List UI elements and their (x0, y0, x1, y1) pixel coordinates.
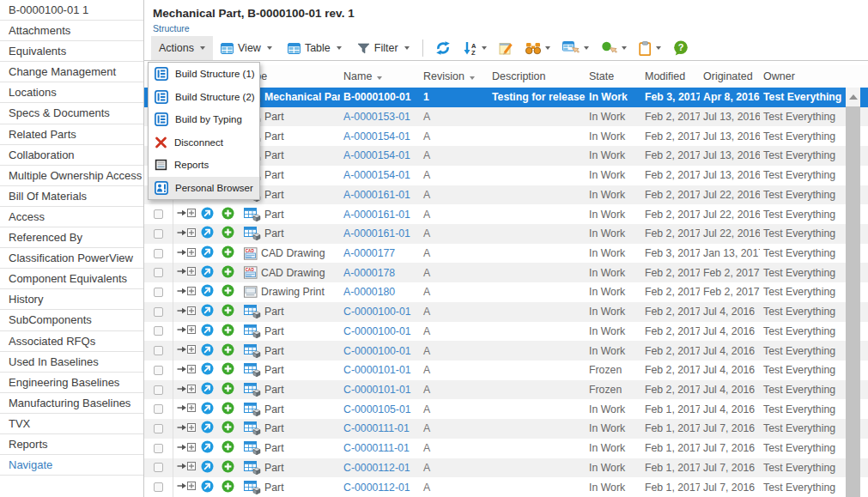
item-name-link[interactable]: A-0000153-01 (343, 111, 410, 123)
item-name-link[interactable]: A-0000177 (343, 247, 395, 259)
edit-button[interactable] (493, 36, 519, 60)
expand-cell[interactable] (173, 266, 197, 279)
table-row[interactable]: PartC-0000111-01AIn WorkFeb 1, 2017Jul 7… (144, 419, 868, 439)
expand-cell[interactable] (173, 384, 197, 397)
goto-cell[interactable] (197, 304, 218, 319)
sidebar-item-tvx[interactable]: TVX (0, 414, 143, 434)
expand-cell[interactable] (173, 227, 197, 240)
item-name-link[interactable]: B-0000100-01 (343, 91, 411, 103)
expand-cell[interactable] (173, 247, 197, 260)
sidebar-item-b-0000100-01-1[interactable]: B-0000100-01 1 (0, 0, 143, 21)
column-header-name[interactable]: Name (340, 70, 420, 82)
help-button[interactable]: ? (667, 36, 695, 60)
table-row[interactable]: PartC-0000100-01AIn WorkFeb 2, 2017Jul 4… (144, 341, 868, 361)
item-name-link[interactable]: A-0000178 (343, 267, 395, 279)
add-cell[interactable] (218, 226, 240, 241)
goto-cell[interactable] (197, 362, 218, 378)
add-cell[interactable] (218, 362, 240, 378)
row-checkbox[interactable] (154, 209, 163, 219)
clipboard-button[interactable] (633, 36, 667, 60)
row-checkbox[interactable] (154, 268, 163, 277)
pick-button[interactable] (595, 36, 633, 60)
sidebar-item-specs-documents[interactable]: Specs & Documents (0, 103, 143, 124)
row-checkbox[interactable] (154, 307, 163, 317)
expand-cell[interactable] (173, 306, 197, 318)
item-name-link[interactable]: C-0000101-01 (343, 364, 411, 376)
sidebar-item-navigate[interactable]: Navigate (0, 455, 143, 476)
column-filter-icon[interactable] (377, 76, 382, 80)
goto-cell[interactable] (197, 245, 218, 261)
item-name-link[interactable]: A-0000180 (343, 286, 395, 298)
goto-cell[interactable] (197, 402, 218, 417)
menu-item-disconnect[interactable]: Disconnect (149, 131, 259, 155)
table-row[interactable]: Drawing PrintA-0000180AIn WorkFeb 2, 201… (144, 282, 868, 302)
item-name-link[interactable]: C-0000100-01 (343, 325, 411, 337)
find-button[interactable] (519, 36, 556, 60)
vertical-scrollbar[interactable] (846, 88, 860, 497)
row-checkbox[interactable] (154, 385, 163, 395)
add-cell[interactable] (218, 304, 240, 319)
sidebar-item-history[interactable]: History (0, 289, 143, 310)
item-name-link[interactable]: A-0000161-01 (343, 209, 410, 221)
row-checkbox[interactable] (154, 229, 163, 239)
sidebar-item-locations[interactable]: Locations (0, 82, 143, 103)
item-name-link[interactable]: A-0000161-01 (343, 227, 410, 239)
item-name-link[interactable]: A-0000154-01 (343, 130, 410, 142)
goto-cell[interactable] (197, 382, 218, 397)
menu-item-build-structure-2[interactable]: Build Structure (2) (149, 86, 259, 109)
table-row[interactable]: PartC-0000105-01AIn WorkFeb 1, 2017Jul 4… (144, 399, 868, 419)
row-checkbox[interactable] (154, 346, 163, 355)
sidebar-item-engineering-baselines[interactable]: Engineering Baselines (0, 373, 143, 393)
item-name-link[interactable]: C-0000105-01 (343, 403, 411, 415)
sidebar-item-equivalents[interactable]: Equivalents (0, 41, 143, 62)
goto-cell[interactable] (197, 284, 218, 300)
refresh-button[interactable] (428, 36, 458, 60)
add-cell[interactable] (218, 382, 240, 397)
add-cell[interactable] (218, 460, 240, 476)
menu-item-build-by-typing[interactable]: Build by Typing (149, 108, 259, 131)
sidebar-item-access[interactable]: Access (0, 207, 143, 227)
add-cell[interactable] (218, 343, 240, 359)
expand-cell[interactable] (173, 324, 197, 337)
menu-item-reports[interactable]: Reports (149, 154, 259, 177)
add-cell[interactable] (218, 245, 240, 261)
sidebar-item-associated-rfqs[interactable]: Associated RFQs (0, 331, 143, 352)
table-row[interactable]: CADCAD DrawingA-0000178AIn WorkFeb 2, 20… (144, 263, 868, 282)
row-checkbox[interactable] (154, 249, 163, 258)
table-row[interactable]: PartA-0000161-01AIn WorkFeb 2, 2017Jul 2… (144, 204, 868, 224)
sidebar-item-attachments[interactable]: Attachments (0, 21, 143, 41)
sidebar-item-classification-powerview[interactable]: Classification PowerView (0, 248, 143, 269)
scroll-up-button[interactable] (846, 88, 860, 106)
sidebar-item-related-parts[interactable]: Related Parts (0, 124, 143, 145)
table-menu-button[interactable]: Table (280, 36, 349, 60)
item-name-link[interactable]: C-0000100-01 (343, 306, 411, 318)
add-cell[interactable] (218, 440, 240, 456)
row-checkbox[interactable] (154, 366, 163, 375)
add-cell[interactable] (218, 480, 240, 495)
table-row[interactable]: PartC-0000101-01AFrozenFeb 2, 2017Jul 4,… (144, 361, 868, 380)
goto-cell[interactable] (197, 480, 218, 495)
goto-cell[interactable] (197, 440, 218, 456)
actions-menu-button[interactable]: Actions (151, 36, 213, 60)
menu-item-personal-browser[interactable]: Personal Browser (149, 177, 259, 200)
add-cell[interactable] (218, 421, 240, 436)
table-row[interactable]: PartC-0000100-01AIn WorkFeb 2, 2017Jul 4… (144, 302, 868, 322)
table-row[interactable]: PartC-0000111-01AIn WorkFeb 1, 2017Jul 7… (144, 439, 868, 458)
sidebar-item-change-management[interactable]: Change Management (0, 62, 143, 82)
sidebar-item-collaboration[interactable]: Collaboration (0, 145, 143, 166)
expand-cell[interactable] (173, 286, 197, 299)
expand-cell[interactable] (173, 364, 197, 377)
row-checkbox[interactable] (154, 288, 163, 297)
column-header-state[interactable]: State (586, 70, 641, 82)
add-cell[interactable] (218, 284, 240, 300)
goto-cell[interactable] (197, 207, 218, 222)
sidebar-item-bill-of-materials[interactable]: Bill Of Materials (0, 186, 143, 207)
add-cell[interactable] (218, 324, 240, 339)
expand-cell[interactable] (173, 442, 197, 455)
expand-cell[interactable] (173, 344, 197, 357)
item-name-link[interactable]: C-0000111-01 (343, 442, 410, 454)
item-name-link[interactable]: A-0000154-01 (343, 149, 410, 161)
row-checkbox[interactable] (154, 424, 163, 433)
expand-cell[interactable] (173, 481, 197, 494)
filter-menu-button[interactable]: Filter (349, 36, 417, 60)
